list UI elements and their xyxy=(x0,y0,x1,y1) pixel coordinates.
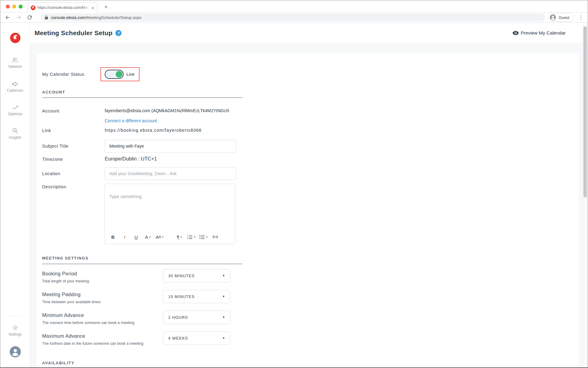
subject-title-input[interactable] xyxy=(105,140,236,153)
insert-link-button[interactable] xyxy=(212,233,219,241)
browser-toolbar: console.ebsta.com/MeetingScheduler/Setup… xyxy=(0,13,588,23)
description-placeholder: Type something xyxy=(109,194,142,199)
profile-label: Guest xyxy=(559,15,569,20)
chevron-down-icon: ▾ xyxy=(162,236,163,238)
chevron-down-icon: ▾ xyxy=(194,236,195,238)
sidebar-item-settings[interactable]: Settings xyxy=(0,324,30,337)
browser-menu-icon[interactable]: ⋮ xyxy=(578,14,583,21)
page-header: Meeting Scheduler Setup ? Preview My Cal… xyxy=(30,23,588,43)
sidebar-divider xyxy=(9,316,22,316)
chevron-down-icon: ▾ xyxy=(180,236,182,238)
calendar-status-label: My Calendar Status xyxy=(42,72,84,77)
tab-strip: https://console.ebsta.com/Mee × + xyxy=(0,0,588,13)
url-text: console.ebsta.com/MeetingScheduler/Setup… xyxy=(51,15,141,20)
people-icon xyxy=(12,57,19,63)
megaphone-icon xyxy=(12,81,19,87)
chevron-down-icon: ▾ xyxy=(206,236,207,238)
bullet-list-button[interactable]: ▾ xyxy=(199,233,207,241)
close-window-button[interactable] xyxy=(6,5,10,9)
font-size-button[interactable]: AA▾ xyxy=(156,233,163,241)
meeting-padding-help: Time between your available times xyxy=(42,300,101,304)
availability-section-heading: AVAILABILITY xyxy=(42,361,74,365)
location-label: Location xyxy=(42,171,60,176)
link-label: Link xyxy=(42,128,51,133)
lock-icon xyxy=(45,15,48,20)
meeting-settings-heading: MEETING SETTINGS xyxy=(42,256,89,260)
calendar-status-value: Live xyxy=(126,72,135,77)
sidebar-item-network[interactable]: Network xyxy=(0,57,30,69)
maximum-advance-help: The furthest date in the future someone … xyxy=(42,341,143,346)
maximize-window-button[interactable] xyxy=(19,5,23,9)
sidebar-item-label: Optimize xyxy=(0,112,30,116)
account-label: Account xyxy=(42,109,60,113)
setup-card: My Calendar Status Live ACCOUNT Account … xyxy=(36,53,579,367)
connect-different-account-link[interactable]: Connect a different account xyxy=(105,118,157,123)
window-controls xyxy=(6,5,23,9)
maximum-advance-select[interactable]: 4 WEEKS ▼ xyxy=(163,331,230,345)
link-icon xyxy=(212,235,218,239)
booking-period-select[interactable]: 30 MINUTES ▼ xyxy=(163,269,230,282)
section-divider xyxy=(42,264,242,264)
scrollbar-thumb[interactable] xyxy=(583,26,587,197)
profile-button[interactable]: Guest xyxy=(548,13,574,22)
timezone-value: Europe/Dublin : UTC+1 xyxy=(105,156,157,162)
ebsta-logo-icon[interactable] xyxy=(10,33,20,43)
sidebar-user-avatar[interactable] xyxy=(0,346,30,358)
italic-button[interactable]: i xyxy=(121,233,128,241)
location-input[interactable] xyxy=(105,167,236,180)
calendar-status-toggle[interactable] xyxy=(105,70,124,79)
bullet-list-icon xyxy=(199,234,205,239)
main-area: Meeting Scheduler Setup ? Preview My Cal… xyxy=(30,23,588,367)
maximum-advance-label: Maximum Advance xyxy=(42,333,85,339)
avatar-icon xyxy=(9,346,21,358)
account-section-heading: ACCOUNT xyxy=(42,90,65,94)
help-icon[interactable]: ? xyxy=(115,30,122,36)
sidebar-item-insights[interactable]: Insights xyxy=(0,127,30,140)
section-divider xyxy=(42,98,242,98)
sidebar-item-label: Settings xyxy=(0,332,30,337)
scrollbar-track[interactable] xyxy=(583,23,587,367)
sidebar-item-label: Cadences xyxy=(0,88,30,93)
description-label: Description xyxy=(42,184,66,189)
bold-button[interactable]: B xyxy=(109,233,117,241)
page-title: Meeting Scheduler Setup xyxy=(34,29,112,37)
new-tab-button[interactable]: + xyxy=(102,3,110,11)
minimum-advance-help: The soonest time before someone can book… xyxy=(42,321,134,325)
tab-close-icon[interactable]: × xyxy=(91,6,94,10)
gear-icon xyxy=(12,324,19,331)
guest-avatar-icon xyxy=(550,14,556,21)
meeting-padding-select[interactable]: 15 MINUTES ▼ xyxy=(163,290,230,303)
address-bar[interactable]: console.ebsta.com/MeetingScheduler/Setup… xyxy=(41,13,545,21)
sidebar-item-cadences[interactable]: Cadences xyxy=(0,81,30,93)
back-icon[interactable] xyxy=(5,14,11,20)
preview-calendar-link[interactable]: Preview My Calendar xyxy=(513,30,566,36)
subject-title-label: Subject Title xyxy=(42,144,69,149)
tab-title: https://console.ebsta.com/Mee xyxy=(38,6,89,10)
minimize-window-button[interactable] xyxy=(12,5,16,9)
reload-icon[interactable] xyxy=(27,14,33,20)
minimum-advance-select[interactable]: 2 HOURS ▼ xyxy=(163,311,230,324)
browser-window: https://console.ebsta.com/Mee × + consol… xyxy=(0,0,588,368)
forward-icon[interactable] xyxy=(16,14,22,20)
svg-text:3: 3 xyxy=(187,238,188,239)
description-editor[interactable]: Type something B i U A▾ AA▾ xyxy=(104,184,235,244)
sidebar-item-optimize[interactable]: Optimize xyxy=(0,105,30,116)
app-frame: Network Cadences Optimize xyxy=(0,23,588,367)
editor-toolbar: B i U A▾ AA▾ ¶▾ xyxy=(109,232,232,242)
browser-tab[interactable]: https://console.ebsta.com/Mee × xyxy=(27,2,97,13)
paragraph-format-button[interactable]: ¶▾ xyxy=(176,233,183,241)
trend-line-icon xyxy=(12,105,19,111)
chevron-down-icon: ▾ xyxy=(149,236,151,238)
ebsta-favicon-icon xyxy=(31,5,36,10)
insights-search-icon xyxy=(12,127,19,134)
account-value: fayeroberts@ebsta.com (AQMkAGM1NzRlMmEzL… xyxy=(105,108,234,113)
chevron-down-icon: ▼ xyxy=(222,316,225,319)
sidebar: Network Cadences Optimize xyxy=(0,23,30,367)
underline-button[interactable]: U xyxy=(132,233,140,241)
ordered-list-button[interactable]: 1 2 3 ▾ xyxy=(187,233,195,241)
text-color-button[interactable]: A▾ xyxy=(144,233,151,241)
page-content: My Calendar Status Live ACCOUNT Account … xyxy=(30,43,588,367)
booking-period-help: Total length of your meeting xyxy=(42,279,89,283)
sidebar-item-label: Insights xyxy=(0,135,30,140)
timezone-label: Timezone xyxy=(42,157,63,162)
